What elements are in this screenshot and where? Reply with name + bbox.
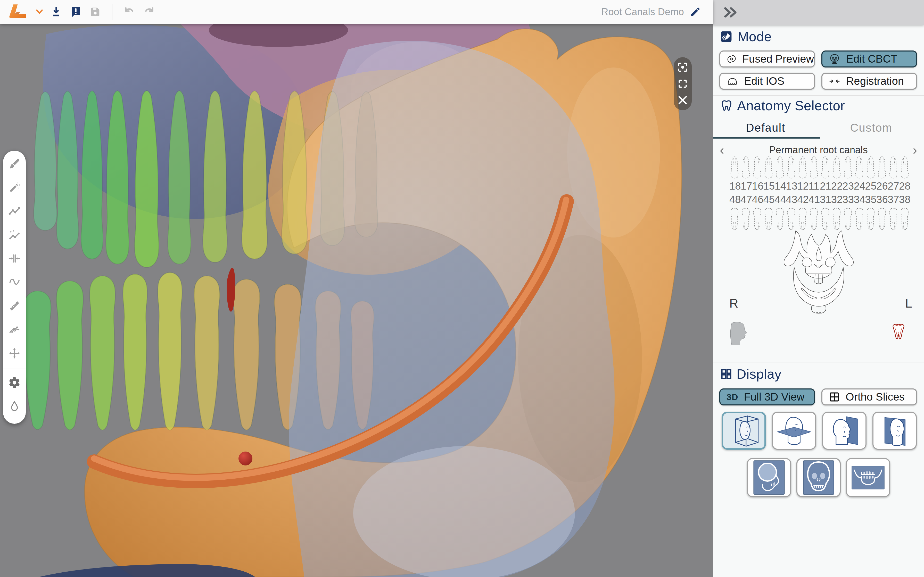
tooth-number[interactable]: 23 [843, 181, 853, 192]
undo-icon[interactable] [123, 6, 136, 18]
tooth-outline-icon[interactable] [877, 155, 887, 180]
tooth-outline-icon[interactable] [809, 206, 819, 231]
tooth-number[interactable]: 48 [729, 194, 740, 205]
tab-default[interactable]: Default [713, 117, 819, 138]
tooth-number[interactable]: 12 [797, 181, 808, 192]
merge-tool-icon[interactable] [8, 252, 21, 265]
tooth-number[interactable]: 13 [786, 181, 796, 192]
tooth-number[interactable]: 46 [752, 194, 763, 205]
mode-edit-cbct-button[interactable]: Edit CBCT [821, 50, 917, 68]
view-panoramic-button[interactable] [846, 458, 890, 497]
tooth-outline-icon[interactable] [786, 155, 796, 180]
chevron-down-icon[interactable] [36, 10, 43, 14]
save-icon[interactable] [89, 6, 101, 18]
tooth-number[interactable]: 25 [865, 181, 876, 192]
tooth-outline-icon[interactable] [752, 155, 762, 180]
tooth-outline-icon[interactable] [832, 206, 842, 231]
tooth-outline-icon[interactable] [843, 155, 853, 180]
tooth-outline-icon[interactable] [900, 155, 910, 180]
view-sagittal-plane-button[interactable] [822, 412, 866, 450]
tooth-number[interactable]: 36 [876, 194, 887, 205]
tooth-number[interactable]: 32 [831, 194, 842, 205]
tooth-outline-icon[interactable] [866, 206, 876, 231]
collapse-sidebar-icon[interactable] [723, 7, 737, 18]
tooth-outline-icon[interactable] [763, 206, 774, 231]
tooth-number[interactable]: 45 [763, 194, 774, 205]
tooth-number[interactable]: 41 [809, 194, 819, 205]
next-preset-chevron[interactable]: › [906, 144, 924, 156]
tooth-number[interactable]: 14 [774, 181, 785, 192]
display-ortho-slices-button[interactable]: Ortho Slices [821, 388, 917, 405]
brush-tool-icon[interactable] [8, 157, 21, 170]
tooth-number[interactable]: 21 [820, 181, 831, 192]
move-tool-icon[interactable] [8, 347, 21, 359]
tooth-outline-icon[interactable] [900, 206, 910, 231]
tooth-outline-icon[interactable] [729, 155, 740, 180]
redo-icon[interactable] [143, 6, 155, 18]
tooth-number[interactable]: 16 [752, 181, 763, 192]
tooth-outline-icon[interactable] [820, 155, 830, 180]
tooth-outline-icon[interactable] [752, 206, 762, 231]
tooth-outline-icon[interactable] [797, 155, 808, 180]
focus-center-icon[interactable] [677, 61, 689, 73]
tooth-outline-icon[interactable] [775, 155, 785, 180]
3d-scene[interactable] [0, 24, 713, 577]
tooth-number[interactable]: 15 [763, 181, 774, 192]
tooth-outline-icon[interactable] [866, 155, 876, 180]
tooth-number[interactable]: 43 [786, 194, 796, 205]
tooth-number[interactable]: 28 [899, 181, 910, 192]
tooth-number[interactable]: 44 [774, 194, 785, 205]
tooth-number[interactable]: 42 [797, 194, 808, 205]
tab-custom[interactable]: Custom [819, 117, 924, 138]
tooth-outline-icon[interactable] [763, 155, 774, 180]
tooth-outline-icon[interactable] [843, 206, 853, 231]
mode-registration-button[interactable]: Registration [821, 73, 917, 90]
tooth-outline-icon[interactable] [888, 155, 898, 180]
tooth-outline-icon[interactable] [729, 206, 740, 231]
tooth-outline-icon[interactable] [820, 206, 830, 231]
tooth-number[interactable]: 34 [854, 194, 864, 205]
annotation-alert-icon[interactable] [69, 6, 82, 18]
bezier-tool-icon[interactable] [8, 323, 21, 336]
mode-edit-ios-button[interactable]: Edit IOS [719, 73, 815, 90]
tooth-number[interactable]: 11 [809, 181, 819, 192]
mode-fused-preview-button[interactable]: Fused Preview [719, 50, 815, 68]
tooth-number[interactable]: 27 [888, 181, 898, 192]
tooth-outline-icon[interactable] [741, 206, 751, 231]
download-icon[interactable] [50, 6, 62, 18]
close-icon[interactable] [677, 94, 689, 106]
tooth-number[interactable]: 31 [820, 194, 831, 205]
tooth-number[interactable]: 33 [843, 194, 853, 205]
tooth-outline-icon[interactable] [786, 206, 796, 231]
tooth-number[interactable]: 47 [741, 194, 751, 205]
tooth-number[interactable]: 22 [831, 181, 842, 192]
red-tooth-outline-icon[interactable] [892, 322, 905, 342]
display-full-3d-button[interactable]: 3D Full 3D View [719, 388, 815, 405]
polyline-tool-icon[interactable] [8, 205, 21, 218]
tooth-outline-icon[interactable] [809, 155, 819, 180]
tooth-number[interactable]: 38 [899, 194, 910, 205]
view-lateral-ceph-button[interactable] [747, 458, 791, 497]
tooth-number[interactable]: 24 [854, 181, 864, 192]
ruler-tool-icon[interactable] [8, 300, 21, 312]
view-axial-plane-button[interactable] [772, 412, 816, 450]
tooth-outline-icon[interactable] [832, 155, 842, 180]
tooth-outline-icon[interactable] [888, 206, 898, 231]
tooth-number[interactable]: 18 [729, 181, 740, 192]
tooth-number[interactable]: 17 [741, 181, 751, 192]
fullscreen-icon[interactable] [677, 78, 689, 90]
magic-wand-tool-icon[interactable] [8, 181, 21, 194]
view-frontal-ceph-button[interactable] [796, 458, 841, 497]
droplet-tool-icon[interactable] [8, 400, 21, 413]
tooth-outline-icon[interactable] [877, 206, 887, 231]
tooth-outline-icon[interactable] [775, 206, 785, 231]
tooth-outline-icon[interactable] [854, 206, 864, 231]
auto-polyline-tool-icon[interactable] [8, 229, 21, 241]
view-3d-box-button[interactable] [722, 412, 766, 450]
app-logo[interactable] [7, 4, 29, 19]
edit-title-pencil-icon[interactable] [690, 6, 701, 18]
prev-preset-chevron[interactable]: ‹ [713, 144, 731, 156]
curve-tool-icon[interactable] [8, 276, 21, 288]
view-coronal-plane-button[interactable] [872, 412, 917, 450]
tooth-number[interactable]: 26 [876, 181, 887, 192]
